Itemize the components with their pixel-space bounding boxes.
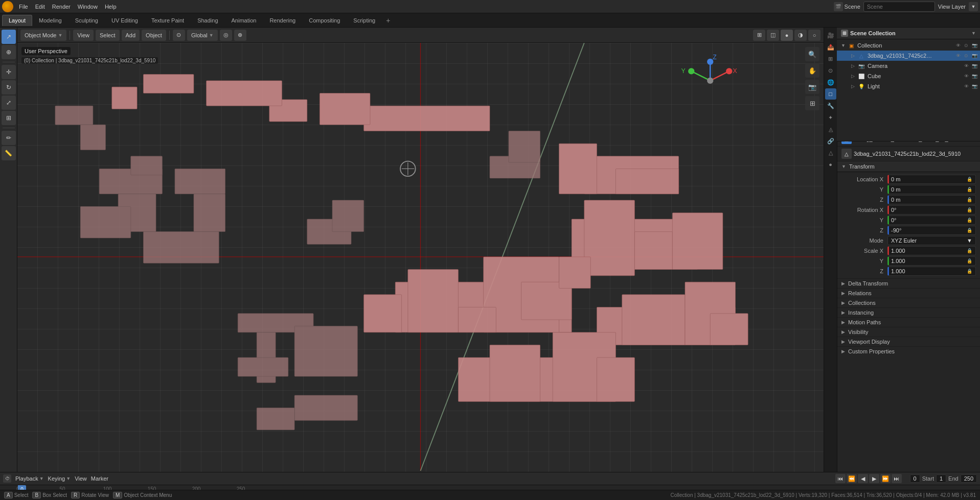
overlay-btn[interactable]: ⊞ bbox=[753, 30, 765, 41]
location-z-input[interactable]: 0 m 🔒 bbox=[887, 195, 976, 204]
rotation-x-input[interactable]: 0° 🔒 bbox=[887, 205, 976, 215]
measure-tool-btn[interactable]: 📏 bbox=[2, 146, 16, 160]
engine-dropdown-icon[interactable]: 🎬 bbox=[834, 2, 843, 11]
xray-btn[interactable]: ◫ bbox=[767, 30, 779, 41]
props-tab-render[interactable]: 🎥 bbox=[825, 30, 836, 41]
end-frame-box[interactable]: 250 bbox=[961, 474, 977, 483]
tab-texture-paint[interactable]: Texture Paint bbox=[145, 15, 191, 26]
start-frame-box[interactable]: 1 bbox=[936, 474, 946, 483]
filter-icon[interactable]: ▼ bbox=[969, 2, 978, 11]
outliner-item-light[interactable]: ▷ 💡 Light 👁 📷 bbox=[837, 81, 980, 91]
mesh-vis-render[interactable]: 📷 bbox=[971, 52, 978, 59]
select-tool-btn[interactable]: ↗ bbox=[2, 30, 16, 44]
rotation-y-input[interactable]: 0° 🔒 bbox=[887, 216, 976, 225]
light-expand-arrow[interactable]: ▷ bbox=[851, 84, 857, 89]
playback-menu-btn[interactable]: Playback ▼ bbox=[15, 475, 44, 482]
outliner-item-collection[interactable]: ▼ ▣ Collection 👁 ⊙ 📷 bbox=[837, 40, 980, 51]
mode-select[interactable]: XYZ Euler ▼ bbox=[887, 236, 976, 245]
scene-search[interactable] bbox=[863, 2, 935, 12]
rotation-z-input[interactable]: -90° 🔒 bbox=[887, 226, 976, 235]
viewport-pan-btn[interactable]: ✋ bbox=[805, 63, 819, 78]
location-y-input[interactable]: 0 m 🔒 bbox=[887, 185, 976, 194]
transform-tool-btn[interactable]: ⊞ bbox=[2, 111, 16, 125]
custom-properties-section[interactable]: ▶ Custom Properties bbox=[837, 346, 980, 356]
keying-menu-btn[interactable]: Keying ▼ bbox=[48, 475, 71, 482]
viewport-camera-btn[interactable]: 📷 bbox=[805, 80, 819, 94]
camera-vis-render[interactable]: 📷 bbox=[971, 62, 978, 69]
view-menu-tl-btn[interactable]: View bbox=[75, 475, 87, 482]
mesh-vis-eye[interactable]: 👁 bbox=[954, 52, 962, 59]
collection-vis-cursor[interactable]: ⊙ bbox=[963, 42, 970, 49]
select-menu-btn[interactable]: Select bbox=[96, 30, 120, 41]
object-menu-btn[interactable]: Object bbox=[142, 30, 166, 41]
props-tab-scene[interactable]: ⊙ bbox=[825, 65, 836, 76]
props-tab-material[interactable]: ● bbox=[825, 159, 836, 170]
menu-file[interactable]: File bbox=[15, 3, 32, 11]
play-reverse-btn[interactable]: ◀ bbox=[858, 474, 868, 483]
transform-space-btn[interactable]: Global ▼ bbox=[187, 30, 218, 41]
viewport-grid-btn[interactable]: ⊞ bbox=[805, 96, 819, 110]
scene-label[interactable]: Scene bbox=[845, 4, 860, 10]
relations-section[interactable]: ▶ Relations bbox=[837, 288, 980, 298]
outliner-filter-icon[interactable]: ▼ bbox=[971, 31, 976, 36]
scale-y-lock[interactable]: 🔒 bbox=[967, 258, 972, 264]
props-tab-particles[interactable]: ✦ bbox=[825, 112, 836, 123]
mesh-expand-arrow[interactable]: ▷ bbox=[851, 53, 857, 58]
annotate-tool-btn[interactable]: ✏ bbox=[2, 131, 16, 145]
props-tab-output[interactable]: 📤 bbox=[825, 41, 836, 53]
frame-next-btn[interactable]: ⏩ bbox=[880, 474, 891, 483]
motion-paths-section[interactable]: ▶ Motion Paths bbox=[837, 317, 980, 327]
current-frame-box[interactable]: 0 bbox=[910, 474, 920, 483]
scale-y-input[interactable]: 1.000 🔒 bbox=[887, 256, 976, 266]
cube-vis-eye[interactable]: 👁 bbox=[963, 73, 970, 80]
solid-view-btn[interactable]: ● bbox=[781, 30, 793, 41]
render-view-btn[interactable]: ○ bbox=[808, 30, 821, 41]
tab-uv-editing[interactable]: UV Editing bbox=[105, 15, 145, 26]
menu-help[interactable]: Help bbox=[101, 3, 120, 11]
scale-z-input[interactable]: 1.000 🔒 bbox=[887, 267, 976, 276]
props-tab-modifier[interactable]: 🔧 bbox=[825, 100, 836, 111]
cursor-tool-btn[interactable]: ⊕ bbox=[2, 45, 16, 59]
scale-z-lock[interactable]: 🔒 bbox=[967, 269, 972, 274]
add-menu-btn[interactable]: Add bbox=[122, 30, 140, 41]
location-x-lock[interactable]: 🔒 bbox=[967, 177, 972, 182]
snapping-btn[interactable]: ⊕ bbox=[234, 30, 246, 41]
scale-tool-btn[interactable]: ⤢ bbox=[2, 96, 16, 110]
outliner-item-camera[interactable]: ▷ 📷 Camera 👁 📷 bbox=[837, 61, 980, 71]
collections-section[interactable]: ▶ Collections bbox=[837, 298, 980, 307]
rotation-x-lock[interactable]: 🔒 bbox=[967, 207, 972, 212]
rotate-tool-btn[interactable]: ↻ bbox=[2, 80, 16, 94]
props-tab-object[interactable]: □ bbox=[825, 88, 836, 100]
collection-vis-eye[interactable]: 👁 bbox=[954, 42, 962, 49]
timeline-panel-icon[interactable]: ⏱ bbox=[3, 474, 11, 483]
snap-toggle-btn[interactable]: ⊙ bbox=[173, 30, 185, 41]
props-tab-view-layer[interactable]: ⊞ bbox=[825, 53, 836, 64]
transform-section-header[interactable]: ▼ Transform bbox=[837, 161, 980, 172]
outliner-item-cube[interactable]: ▷ ⬜ Cube 👁 📷 bbox=[837, 71, 980, 81]
menu-window[interactable]: Window bbox=[74, 3, 101, 11]
move-tool-btn[interactable]: ✛ bbox=[2, 65, 16, 79]
menu-render[interactable]: Render bbox=[49, 3, 74, 11]
marker-menu-btn[interactable]: Marker bbox=[91, 475, 108, 482]
tab-sculpting[interactable]: Sculpting bbox=[69, 15, 105, 26]
3d-viewport[interactable]: X Y Z User Perspective (0) Collection | … bbox=[17, 43, 824, 472]
view-menu-btn[interactable]: View bbox=[73, 30, 94, 41]
cube-vis-render[interactable]: 📷 bbox=[971, 73, 978, 80]
collection-vis-render[interactable]: 📷 bbox=[971, 42, 978, 49]
props-tab-physics[interactable]: ◬ bbox=[825, 124, 836, 135]
cube-expand-arrow[interactable]: ▷ bbox=[851, 74, 857, 79]
mesh-vis-cursor[interactable]: ⊙ bbox=[963, 52, 970, 59]
keyframe-prev-btn[interactable]: ⏮ bbox=[835, 474, 846, 483]
scale-x-lock[interactable]: 🔒 bbox=[967, 248, 972, 253]
props-tab-world[interactable]: 🌐 bbox=[825, 77, 836, 88]
scale-x-input[interactable]: 1.000 🔒 bbox=[887, 246, 976, 255]
tab-shading[interactable]: Shading bbox=[191, 15, 224, 26]
rotation-z-lock[interactable]: 🔒 bbox=[967, 228, 972, 233]
menu-edit[interactable]: Edit bbox=[32, 3, 49, 11]
keyframe-next-btn[interactable]: ⏭ bbox=[892, 474, 902, 483]
props-tab-constraints[interactable]: 🔗 bbox=[825, 135, 836, 147]
props-tab-data[interactable]: △ bbox=[825, 147, 836, 158]
tab-scripting[interactable]: Scripting bbox=[347, 15, 382, 26]
light-vis-render[interactable]: 📷 bbox=[971, 83, 978, 90]
tab-layout[interactable]: Layout bbox=[2, 15, 32, 26]
